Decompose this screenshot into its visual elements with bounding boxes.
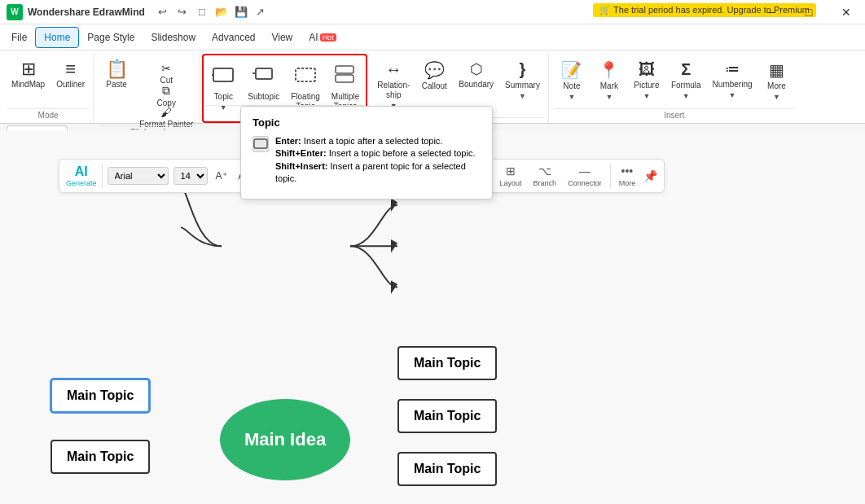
tooltip-row-1: Enter: Insert a topic after a selected t… bbox=[252, 135, 481, 186]
mode-items: ⊞ MindMap ≡ Outliner bbox=[7, 54, 90, 108]
tooltip-text-1: Enter: Insert a topic after a selected t… bbox=[275, 135, 481, 186]
title-bar: W Wondershare EdrawMind ↩ ↪ □ 📂 💾 ↗ 🛒 Th… bbox=[0, 0, 865, 24]
num-dropdown: ▼ bbox=[729, 91, 736, 99]
mindmap-label: MindMap bbox=[11, 80, 45, 90]
subtopic-label: Subtopic bbox=[248, 92, 279, 102]
menu-advanced[interactable]: Advanced bbox=[204, 27, 263, 48]
clipboard-items: 📋 Paste ✂ Cut ⧉ Copy 🖌 Format Painter bbox=[99, 54, 196, 125]
copy-icon: ⧉ bbox=[162, 84, 170, 98]
ai-generate-btn[interactable]: AI Generate bbox=[66, 164, 97, 187]
branch-icon: ⌥ bbox=[538, 164, 551, 177]
right-node-3-label: Main Topic bbox=[414, 462, 481, 476]
menu-ai[interactable]: AI Hot bbox=[301, 27, 344, 48]
share-btn[interactable]: ↗ bbox=[252, 4, 269, 20]
svg-marker-8 bbox=[391, 199, 397, 213]
numbering-btn[interactable]: ≔ Numbering ▼ bbox=[708, 57, 757, 104]
svg-marker-9 bbox=[391, 239, 397, 253]
right-node-1[interactable]: Main Topic bbox=[397, 346, 497, 380]
menu-page-style[interactable]: Page Style bbox=[79, 27, 143, 48]
floating-topic-icon bbox=[294, 64, 317, 90]
connector-label: Connector bbox=[568, 179, 602, 187]
app-logo: W Wondershare EdrawMind bbox=[7, 4, 145, 20]
formula-dropdown: ▼ bbox=[683, 92, 690, 100]
open-btn[interactable]: 📂 bbox=[213, 4, 230, 20]
font-select[interactable]: Arial bbox=[108, 167, 169, 185]
mode-group-label: Mode bbox=[7, 108, 90, 123]
more-label: More bbox=[767, 81, 786, 91]
menu-file[interactable]: File bbox=[3, 27, 35, 48]
new-btn[interactable]: □ bbox=[194, 4, 210, 20]
paste-icon: 📋 bbox=[106, 60, 128, 78]
paste-btn[interactable]: 📋 Paste bbox=[99, 57, 134, 99]
callout-icon: 💬 bbox=[424, 60, 445, 80]
summary-icon: } bbox=[520, 60, 526, 79]
numbering-icon: ≔ bbox=[725, 60, 740, 78]
svg-rect-0 bbox=[213, 68, 233, 81]
callout-btn[interactable]: 💬 Callout bbox=[416, 57, 452, 104]
format-painter-icon: 🖌 bbox=[160, 106, 172, 119]
boundary-label: Boundary bbox=[459, 80, 494, 90]
tooltip-title: Topic bbox=[252, 116, 481, 129]
font-increase-btn[interactable]: A⁺ bbox=[213, 167, 231, 185]
relationship-btn[interactable]: ↔ Relation-ship ▼ bbox=[372, 57, 415, 104]
font-size-select[interactable]: 14 bbox=[173, 167, 208, 185]
formula-btn[interactable]: Σ Formula ▼ bbox=[666, 57, 706, 104]
maximize-btn[interactable]: □ bbox=[790, 0, 828, 24]
main-idea-node[interactable]: Main Idea bbox=[220, 399, 350, 480]
summary-label: Summary bbox=[505, 81, 540, 90]
picture-icon: 🖼 bbox=[639, 60, 655, 79]
right-node-2[interactable]: Main Topic bbox=[397, 399, 497, 433]
right-node-1-label: Main Topic bbox=[414, 356, 481, 370]
close-btn[interactable]: ✕ bbox=[828, 0, 865, 24]
title-controls: ↩ ↪ □ 📂 💾 ↗ bbox=[155, 4, 269, 20]
save-btn[interactable]: 💾 bbox=[233, 4, 249, 20]
connector-icon: — bbox=[579, 164, 591, 177]
multiple-topics-btn[interactable]: MultipleTopics ▼ bbox=[327, 57, 364, 104]
note-btn[interactable]: 📝 Note ▼ bbox=[554, 57, 590, 104]
subtopic-btn[interactable]: Subtopic ▼ bbox=[243, 57, 284, 104]
left-node-2-label: Main Topic bbox=[67, 449, 134, 464]
more-icon: ▦ bbox=[769, 60, 784, 80]
cut-icon: ✂ bbox=[161, 62, 171, 75]
branch-label: Branch bbox=[533, 179, 557, 187]
cut-btn[interactable]: ✂ Cut bbox=[136, 60, 196, 81]
more-btn[interactable]: ▦ More ▼ bbox=[759, 57, 795, 104]
right-node-3[interactable]: Main Topic bbox=[397, 452, 497, 486]
menu-slideshow[interactable]: Slideshow bbox=[143, 27, 204, 48]
menu-view[interactable]: View bbox=[263, 27, 301, 48]
relationship-label: Relation-ship bbox=[377, 81, 410, 100]
layout-btn[interactable]: ⊞ Layout bbox=[497, 163, 525, 189]
mark-label: Mark bbox=[600, 81, 618, 91]
topic-btn[interactable]: Topic ▼ bbox=[205, 57, 241, 104]
format-painter-btn[interactable]: 🖌 Format Painter bbox=[136, 104, 196, 125]
boundary-btn[interactable]: ⬡ Boundary bbox=[454, 57, 498, 104]
summary-btn[interactable]: } Summary ▼ bbox=[500, 57, 545, 104]
pin-btn[interactable]: 📌 bbox=[643, 169, 657, 182]
connector-btn[interactable]: — Connector bbox=[564, 163, 605, 189]
branch-btn[interactable]: ⌥ Branch bbox=[530, 163, 560, 189]
picture-label: Picture bbox=[634, 81, 659, 90]
undo-btn[interactable]: ↩ bbox=[155, 4, 171, 20]
copy-btn[interactable]: ⧉ Copy bbox=[136, 82, 196, 103]
relationship-icon: ↔ bbox=[385, 60, 402, 79]
left-node-2[interactable]: Main Topic bbox=[50, 440, 150, 474]
redo-btn[interactable]: ↪ bbox=[174, 4, 191, 20]
more-tools-btn[interactable]: ••• More bbox=[616, 163, 639, 189]
svg-rect-4 bbox=[296, 68, 315, 81]
mark-icon: 📍 bbox=[599, 60, 619, 80]
picture-btn[interactable]: 🖼 Picture ▼ bbox=[629, 57, 665, 104]
note-icon: 📝 bbox=[561, 60, 582, 80]
minimize-btn[interactable]: ─ bbox=[753, 0, 790, 24]
sum-dropdown: ▼ bbox=[519, 92, 526, 100]
floating-topic-btn[interactable]: FloatingTopic ▼ bbox=[286, 57, 325, 104]
outliner-btn[interactable]: ≡ Outliner bbox=[51, 57, 90, 104]
topic-label: Topic bbox=[214, 92, 233, 102]
left-node-1[interactable]: Main Topic bbox=[50, 379, 150, 413]
mindmap-btn[interactable]: ⊞ MindMap bbox=[7, 57, 50, 104]
menu-home[interactable]: Home bbox=[35, 27, 79, 48]
mark-btn[interactable]: 📍 Mark ▼ bbox=[591, 57, 627, 104]
more-tools-icon: ••• bbox=[621, 164, 634, 177]
formula-icon: Σ bbox=[681, 60, 691, 79]
outliner-label: Outliner bbox=[56, 80, 85, 90]
clipboard-small-btns: ✂ Cut ⧉ Copy 🖌 Format Painter bbox=[136, 57, 196, 125]
